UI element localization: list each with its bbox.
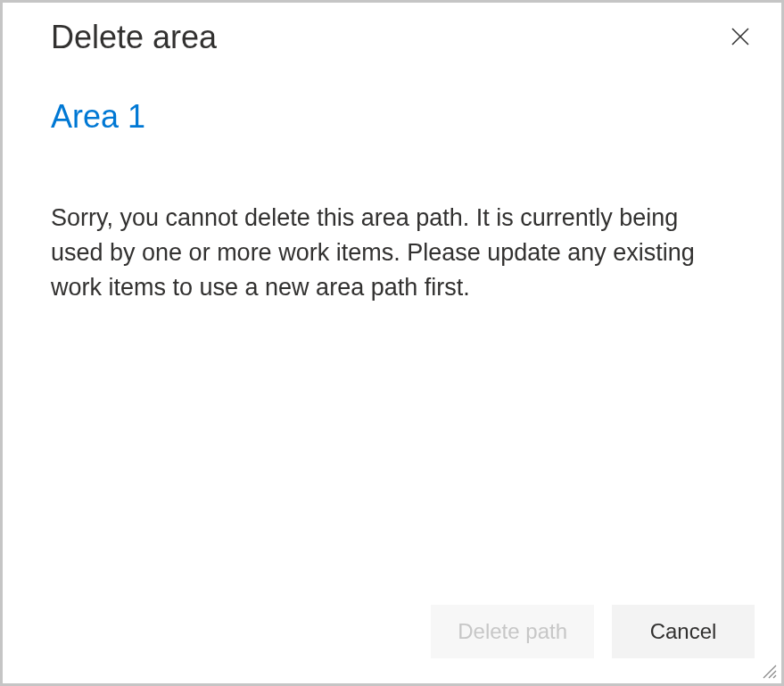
cancel-button[interactable]: Cancel (612, 605, 755, 658)
delete-path-button[interactable]: Delete path (431, 605, 594, 658)
close-icon (730, 27, 750, 46)
close-button[interactable] (724, 21, 756, 53)
area-name: Area 1 (51, 96, 733, 138)
dialog-title: Delete area (51, 17, 217, 59)
dialog-message: Sorry, you cannot delete this area path.… (51, 201, 733, 305)
dialog-footer: Delete path Cancel (3, 605, 781, 683)
delete-area-dialog: Delete area Area 1 Sorry, you cannot del… (0, 0, 784, 686)
dialog-header: Delete area (3, 3, 781, 59)
dialog-content: Area 1 Sorry, you cannot delete this are… (3, 59, 781, 605)
